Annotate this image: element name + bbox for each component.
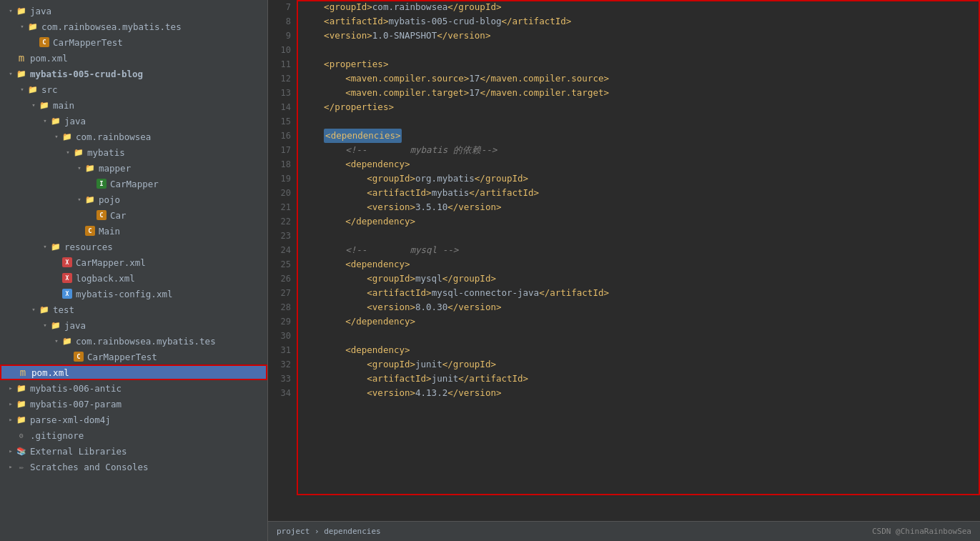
label-com-rainbowsea: com.rainbowsea <box>76 131 151 142</box>
code-wrapper[interactable]: <groupId>com.rainbowsea</groupId> <artif… <box>297 0 980 521</box>
code-line-23 <box>302 229 974 243</box>
external-libraries-icon: 📚 <box>16 445 27 457</box>
tree-item-pom-xml-1[interactable]: m pom.xml <box>0 50 267 66</box>
label-main: main <box>53 100 74 111</box>
pom-icon-selected: m <box>17 367 29 378</box>
label-test: test <box>53 304 74 315</box>
arrow-parse-xml-dom4j <box>6 416 16 423</box>
folder-icon-mapper: 📁 <box>84 162 96 174</box>
tree-item-logback-xml[interactable]: X logback.xml <box>0 270 267 286</box>
java-class-icon-carmappertest: C <box>39 36 50 48</box>
tree-item-carmapper-xml[interactable]: X CarMapper.xml <box>0 254 267 270</box>
tree-item-car[interactable]: C Car <box>0 207 267 223</box>
xml-icon-mybatis-config: X <box>61 288 73 299</box>
tree-item-scratches[interactable]: ✏ Scratches and Consoles <box>0 459 267 475</box>
tree-item-mybatis007[interactable]: 📁 mybatis-007-param <box>0 396 267 412</box>
tree-item-java[interactable]: 📁 java <box>0 3 267 19</box>
arrow-mybatis007 <box>6 400 16 407</box>
arrow-pojo <box>74 196 84 203</box>
tree-item-java-test[interactable]: 📁 java <box>0 317 267 333</box>
label-carmappertest2: CarMapperTest <box>87 352 157 362</box>
folder-icon-main: 📁 <box>39 99 50 111</box>
code-line-33: <artifactId>junit</artifactId> <box>302 372 974 386</box>
tree-item-resources[interactable]: 📁 resources <box>0 239 267 254</box>
arrow-java <box>6 7 16 14</box>
folder-icon-parse-xml-dom4j: 📁 <box>16 414 27 425</box>
arrow-scratches <box>6 463 16 470</box>
folder-icon-java-test: 📁 <box>50 319 61 331</box>
label-java-test: java <box>64 320 86 331</box>
tree-item-main-class[interactable]: C Main <box>0 223 267 239</box>
arrow-mapper <box>74 164 84 172</box>
code-line-18: <dependency> <box>302 157 974 172</box>
tree-item-carmappertest[interactable]: C CarMapperTest <box>0 34 267 50</box>
file-tree-sidebar[interactable]: 📁 java 📁 com.rainbowsea.mybatis.tes C Ca… <box>0 0 268 541</box>
folder-icon-com: 📁 <box>27 21 39 32</box>
tree-item-mybatis-config-xml[interactable]: X mybatis-config.xml <box>0 286 267 302</box>
java-class-icon-car: C <box>96 209 107 221</box>
code-line-20: <artifactId>mybatis</artifactId> <box>302 186 974 200</box>
arrow-external-libraries <box>6 447 16 455</box>
arrow-com-rainbowsea-test <box>17 23 27 30</box>
tree-item-mybatis006[interactable]: 📁 mybatis-006-antic <box>0 380 267 396</box>
code-line-31: <dependency> <box>302 343 974 357</box>
interface-icon-carmapper: I <box>96 178 107 189</box>
label-scratches: Scratches and Consoles <box>30 462 149 472</box>
scratches-icon: ✏ <box>16 461 27 472</box>
code-line-28: <version>8.0.30</version> <box>302 300 974 314</box>
code-line-34: <version>4.13.2</version> <box>302 386 974 400</box>
code-line-30 <box>302 329 974 343</box>
arrow-resources <box>40 243 50 250</box>
code-line-27: <artifactId>mysql-connector-java</artifa… <box>302 286 974 300</box>
breadcrumb-path: project › dependencies <box>277 527 381 536</box>
code-line-29: </dependency> <box>302 314 974 329</box>
code-line-16: <dependencies> <box>302 129 974 143</box>
code-line-7: <groupId>com.rainbowsea</groupId> <box>302 0 974 14</box>
tree-item-external-libraries[interactable]: 📚 External Libraries <box>0 443 267 459</box>
tree-item-mapper[interactable]: 📁 mapper <box>0 160 267 176</box>
code-line-26: <groupId>mysql</groupId> <box>302 272 974 286</box>
tree-item-carmapper[interactable]: I CarMapper <box>0 176 267 192</box>
tree-item-parse-xml-dom4j[interactable]: 📁 parse-xml-dom4j <box>0 412 267 427</box>
tree-item-pojo[interactable]: 📁 pojo <box>0 192 267 207</box>
code-line-8: <artifactId>mybatis-005-crud-blog</artif… <box>302 14 974 29</box>
tree-item-test[interactable]: 📁 test <box>0 302 267 317</box>
code-line-21: <version>3.5.10</version> <box>302 200 974 214</box>
xml-icon-logback: X <box>61 272 73 284</box>
tree-item-com-test2[interactable]: 📁 com.rainbowsea.mybatis.tes <box>0 333 267 349</box>
label-resources: resources <box>64 242 113 252</box>
code-line-9: <version>1.0-SNAPSHOT</version> <box>302 29 974 43</box>
arrow-src <box>17 86 27 93</box>
label-com-test2: com.rainbowsea.mybatis.tes <box>76 336 216 347</box>
line-numbers: 7 8 9 10 11 12 13 14 15 16 17 18 19 20 2… <box>268 0 297 521</box>
tree-item-gitignore[interactable]: ⚙ .gitignore <box>0 427 267 443</box>
arrow-mybatis-pkg <box>63 149 73 156</box>
arrow-com-test2 <box>51 337 61 344</box>
code-line-19: <groupId>org.mybatis</groupId> <box>302 172 974 186</box>
pom-icon-1: m <box>16 52 27 64</box>
tree-item-java-main[interactable]: 📁 java <box>0 113 267 129</box>
gitignore-icon: ⚙ <box>16 430 27 441</box>
code-line-11: <properties> <box>302 57 974 71</box>
folder-icon-mybatis006: 📁 <box>16 382 27 394</box>
java-class-icon-main: C <box>84 225 96 237</box>
folder-icon-com-rainbowsea: 📁 <box>61 131 73 142</box>
label-logback-xml: logback.xml <box>76 273 135 284</box>
tree-item-com-rainbowsea-test[interactable]: 📁 com.rainbowsea.mybatis.tes <box>0 19 267 34</box>
code-line-12: <maven.compiler.source>17</maven.compile… <box>302 71 974 86</box>
label-mybatis-pkg: mybatis <box>87 147 125 158</box>
tree-item-pom-xml-selected[interactable]: m pom.xml <box>0 364 267 380</box>
tree-item-main[interactable]: 📁 main <box>0 97 267 113</box>
label-java-main: java <box>64 116 86 126</box>
tree-item-com-rainbowsea[interactable]: 📁 com.rainbowsea <box>0 129 267 144</box>
tree-item-src[interactable]: 📁 src <box>0 81 267 97</box>
folder-icon-test: 📁 <box>39 304 50 315</box>
folder-icon-src: 📁 <box>27 84 39 95</box>
tree-item-mybatis005[interactable]: 📁 mybatis-005-crud-blog <box>0 66 267 81</box>
arrow-mybatis005 <box>6 70 16 77</box>
tree-item-mybatis-pkg[interactable]: 📁 mybatis <box>0 144 267 160</box>
folder-icon-pojo: 📁 <box>84 194 96 205</box>
tree-item-carmappertest2[interactable]: C CarMapperTest <box>0 349 267 364</box>
arrow-test <box>29 306 39 313</box>
label-parse-xml-dom4j: parse-xml-dom4j <box>30 415 111 425</box>
